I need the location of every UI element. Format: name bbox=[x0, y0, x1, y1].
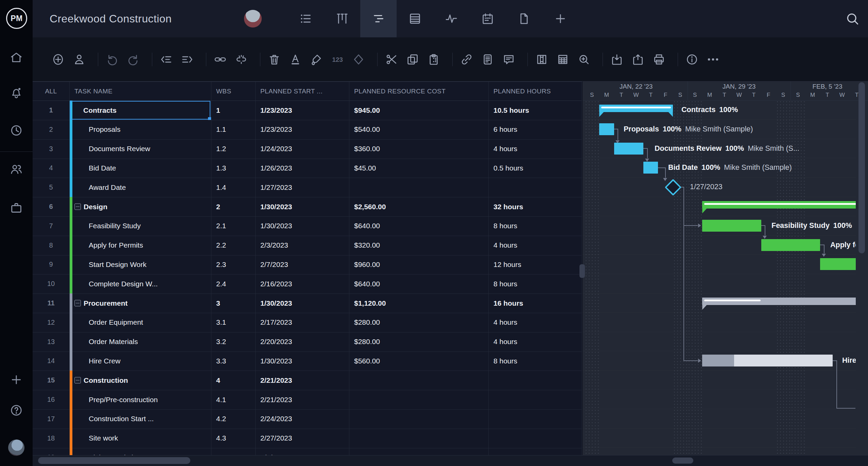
cell-wbs[interactable]: 1.4 bbox=[211, 178, 256, 197]
cell-planned-hours[interactable] bbox=[489, 178, 582, 197]
cell-planned-start[interactable]: 2/16/2023 bbox=[256, 274, 349, 293]
row-number[interactable]: 7 bbox=[33, 216, 70, 236]
cell-task-name[interactable]: Prep/Pre-construction bbox=[70, 390, 211, 409]
paste-button[interactable] bbox=[427, 53, 440, 66]
cell-planned-start[interactable]: 1/27/2023 bbox=[256, 178, 349, 197]
cell-planned-hours[interactable]: 4 hours bbox=[489, 332, 582, 352]
column-header-planned-resource-cost[interactable]: PLANNED RESOURCE COST bbox=[349, 82, 489, 101]
cell-wbs[interactable]: 3.2 bbox=[211, 332, 256, 352]
cell-task-name[interactable]: Slab Completion bbox=[70, 448, 211, 455]
cell-planned-cost[interactable]: $1,120.00 bbox=[349, 293, 489, 313]
cell-wbs[interactable]: 1.3 bbox=[211, 158, 256, 178]
cell-planned-hours[interactable]: 12 hours bbox=[489, 255, 582, 274]
fill-color-button[interactable] bbox=[310, 53, 323, 66]
help-icon[interactable] bbox=[10, 404, 23, 417]
cell-task-name[interactable]: Contracts bbox=[70, 101, 211, 120]
cell-planned-start[interactable]: 2/17/2023 bbox=[256, 313, 349, 332]
cell-wbs[interactable]: 4 bbox=[211, 371, 256, 390]
row-number[interactable]: 6 bbox=[33, 197, 70, 216]
table-hscrollbar-thumb[interactable] bbox=[38, 457, 190, 464]
cell-wbs[interactable]: 4.3 bbox=[211, 429, 256, 448]
cell-wbs[interactable]: 1.1 bbox=[211, 120, 256, 139]
cell-planned-hours[interactable] bbox=[489, 409, 582, 429]
cell-planned-hours[interactable]: 4 hours bbox=[489, 139, 582, 159]
project-owner-avatar[interactable] bbox=[244, 10, 262, 28]
cut-button[interactable] bbox=[385, 53, 398, 66]
tab-board[interactable] bbox=[324, 0, 360, 37]
row-number[interactable]: 18 bbox=[33, 429, 70, 448]
cell-wbs[interactable]: 2.2 bbox=[211, 236, 256, 255]
cell-wbs[interactable]: 1 bbox=[211, 101, 256, 120]
task-bar[interactable] bbox=[614, 143, 644, 155]
copy-button[interactable] bbox=[406, 53, 419, 66]
cell-task-name[interactable]: Procurement bbox=[70, 293, 211, 313]
cell-task-name[interactable]: Site work bbox=[70, 429, 211, 448]
import-button[interactable] bbox=[610, 53, 623, 66]
add-task-button[interactable] bbox=[52, 53, 65, 66]
summary-bar-gray[interactable] bbox=[702, 298, 856, 305]
cell-planned-start[interactable]: 2/21/2023 bbox=[256, 390, 349, 409]
summary-bar-cyan[interactable] bbox=[599, 105, 673, 112]
cell-planned-hours[interactable]: 4 hours bbox=[489, 313, 582, 332]
number-format-button[interactable]: 123 bbox=[331, 53, 344, 66]
cell-wbs[interactable]: 3.1 bbox=[211, 313, 256, 332]
cell-planned-cost[interactable]: $45.00 bbox=[349, 158, 489, 178]
cell-wbs[interactable]: 2 bbox=[211, 197, 256, 216]
text-color-button[interactable] bbox=[289, 53, 302, 66]
cell-planned-start[interactable]: 2/20/2023 bbox=[256, 332, 349, 352]
info-button[interactable] bbox=[685, 53, 698, 66]
row-number[interactable]: 1 bbox=[33, 101, 70, 120]
cell-planned-cost[interactable]: $280.00 bbox=[349, 332, 489, 352]
task-bar[interactable] bbox=[702, 220, 761, 232]
users-icon[interactable] bbox=[10, 162, 23, 176]
cell-planned-start[interactable]: 1/24/2023 bbox=[256, 139, 349, 159]
cell-planned-cost[interactable] bbox=[349, 178, 489, 197]
cell-task-name[interactable]: Award Date bbox=[70, 178, 211, 197]
tab-calendar[interactable] bbox=[469, 0, 506, 37]
row-number[interactable]: 12 bbox=[33, 313, 70, 332]
gantt-vscrollbar-thumb[interactable] bbox=[858, 82, 865, 253]
cell-planned-hours[interactable]: 0.5 hours bbox=[489, 158, 582, 178]
cell-planned-hours[interactable] bbox=[489, 371, 582, 390]
unlink-tasks-button[interactable] bbox=[235, 53, 248, 66]
task-bar[interactable] bbox=[702, 355, 833, 366]
briefcase-icon[interactable] bbox=[10, 201, 23, 215]
assign-resource-button[interactable] bbox=[73, 53, 86, 66]
cell-task-name[interactable]: Bid Date bbox=[70, 158, 211, 178]
row-number[interactable]: 9 bbox=[33, 255, 70, 274]
collapse-toggle[interactable] bbox=[74, 377, 81, 383]
cell-planned-hours[interactable]: 4 hours bbox=[489, 236, 582, 255]
print-button[interactable] bbox=[653, 53, 665, 66]
row-number[interactable]: 13 bbox=[33, 332, 70, 352]
cell-planned-cost[interactable]: $640.00 bbox=[349, 274, 489, 293]
cell-planned-start[interactable]: 1/30/2023 bbox=[256, 216, 349, 236]
column-header-planned-start-[interactable]: PLANNED START ... bbox=[256, 82, 349, 101]
cell-planned-start[interactable]: 1/30/2023 bbox=[256, 293, 349, 313]
comment-button[interactable] bbox=[502, 53, 515, 66]
cell-task-name[interactable]: Start Design Work bbox=[70, 255, 211, 274]
cell-planned-cost[interactable]: $945.00 bbox=[349, 101, 489, 120]
cell-planned-cost[interactable]: $320.00 bbox=[349, 236, 489, 255]
cell-planned-hours[interactable]: 10.5 hours bbox=[489, 101, 582, 120]
column-header-wbs[interactable]: WBS bbox=[211, 82, 256, 101]
indent-task-button[interactable] bbox=[181, 53, 194, 66]
cell-planned-start[interactable]: 2/24/2023 bbox=[256, 409, 349, 429]
cell-planned-start[interactable]: 2/3/2023 bbox=[256, 236, 349, 255]
home-icon[interactable] bbox=[10, 51, 23, 65]
cell-wbs[interactable]: 4.4 bbox=[211, 448, 256, 455]
cell-planned-hours[interactable]: 8 hours bbox=[489, 216, 582, 236]
grid-settings-button[interactable] bbox=[556, 53, 569, 66]
task-bar[interactable] bbox=[643, 162, 658, 174]
tab-document[interactable] bbox=[506, 0, 542, 37]
cell-planned-start[interactable]: 3/2/2023 bbox=[256, 448, 349, 455]
link-tasks-button[interactable] bbox=[214, 53, 227, 66]
row-number[interactable]: 10 bbox=[33, 274, 70, 293]
tab-add-view[interactable] bbox=[542, 0, 578, 37]
attachment-button[interactable] bbox=[460, 53, 473, 66]
cell-wbs[interactable]: 2.1 bbox=[211, 216, 256, 236]
cell-planned-cost[interactable]: $640.00 bbox=[349, 216, 489, 236]
row-number[interactable]: 8 bbox=[33, 236, 70, 255]
cell-planned-hours[interactable]: 6 hours bbox=[489, 120, 582, 139]
plus-icon[interactable] bbox=[10, 373, 23, 387]
cell-task-name[interactable]: Documents Review bbox=[70, 139, 211, 159]
